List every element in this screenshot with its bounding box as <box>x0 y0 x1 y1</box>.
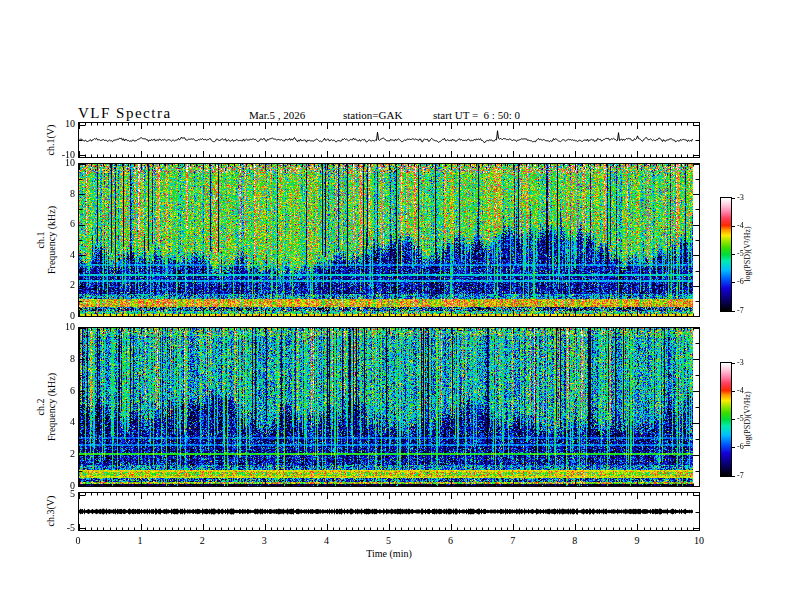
colorbar-tick-label: -7 <box>737 472 755 480</box>
vlf-spectra-figure: VLF Spectra Mar.5 , 2026 station=GAK sta… <box>0 0 792 612</box>
colorbar-tick-mark <box>731 419 735 420</box>
start-ut-label: start UT = 6 : 50: 0 <box>433 109 520 121</box>
spec1-ytick-label: 10 <box>40 158 75 168</box>
spec2-ytick-label: 8 <box>40 354 75 364</box>
colorbar-tick-label: -4 <box>737 387 755 395</box>
colorbar-tick-mark <box>731 226 735 227</box>
spec1-ytick-label: 4 <box>40 250 75 260</box>
spec2-ytick-label: 4 <box>40 417 75 427</box>
time-tick-label: 6 <box>436 536 466 546</box>
time-tick-label: 0 <box>63 536 93 546</box>
colorbar-tick-label: -3 <box>737 194 755 202</box>
colorbar-tick-mark <box>731 391 735 392</box>
time-tick-label: 4 <box>311 536 341 546</box>
time-tick-label: 1 <box>125 536 155 546</box>
wave3-ytick-label: -5 <box>40 523 75 533</box>
date-label: Mar.5 , 2026 <box>249 109 305 121</box>
time-tick-label: 8 <box>560 536 590 546</box>
ch2-label-line: ch.2 <box>35 373 46 441</box>
spec1-ytick-label: 2 <box>40 280 75 290</box>
ch3-waveform-panel <box>78 492 700 531</box>
spec2-ytick-label: 10 <box>40 322 75 332</box>
time-tick-label: 9 <box>622 536 652 546</box>
ch2-spectrogram-panel <box>78 327 700 487</box>
ch2-frequency-line: Frequency (kHz) <box>46 373 57 441</box>
colorbar-tick-label: -4 <box>737 222 755 230</box>
time-axis-label: Time (min) <box>366 548 411 559</box>
time-tick-label: 10 <box>684 536 714 546</box>
colorbar-tick-mark <box>731 282 735 283</box>
spec1-ytick-label: 6 <box>40 219 75 229</box>
spec1-ytick-label: 8 <box>40 189 75 199</box>
colorbar-tick-label: -5 <box>737 415 755 423</box>
colorbar-tick-mark <box>731 254 735 255</box>
station-label: station=GAK <box>343 109 402 121</box>
time-tick-label: 5 <box>374 536 404 546</box>
colorbar-tick-mark <box>731 363 735 364</box>
spec1-ytick-label: 0 <box>40 311 75 321</box>
figure-title: VLF Spectra <box>78 105 172 122</box>
colorbar-tick-mark <box>731 311 735 312</box>
spec2-ytick-label: 6 <box>40 386 75 396</box>
wave1-ytick-label: 10 <box>40 119 75 129</box>
colorbar-tick-mark <box>731 476 735 477</box>
colorbar-tick-mark <box>731 198 735 199</box>
ch1-spectrogram-panel <box>78 163 700 317</box>
ch1-waveform-panel <box>78 122 700 158</box>
spec2-ytick-label: 2 <box>40 449 75 459</box>
colorbar-tick-label: -7 <box>737 307 755 315</box>
time-tick-label: 3 <box>249 536 279 546</box>
ch2-frequency-axis-label: ch.2 Frequency (kHz) <box>35 373 57 441</box>
colorbar-tick-label: -5 <box>737 250 755 258</box>
wave3-ytick-label: 5 <box>40 489 75 499</box>
ch1-frequency-axis-label: ch.1 Frequency (kHz) <box>35 206 57 274</box>
time-tick-label: 2 <box>187 536 217 546</box>
colorbar-tick-label: -6 <box>737 443 755 451</box>
ch1-label-line: ch.1 <box>35 206 46 274</box>
colorbar-tick-label: -3 <box>737 359 755 367</box>
colorbar-tick-label: -6 <box>737 278 755 286</box>
ch1-frequency-line: Frequency (kHz) <box>46 206 57 274</box>
colorbar-tick-mark <box>731 447 735 448</box>
time-tick-label: 7 <box>498 536 528 546</box>
